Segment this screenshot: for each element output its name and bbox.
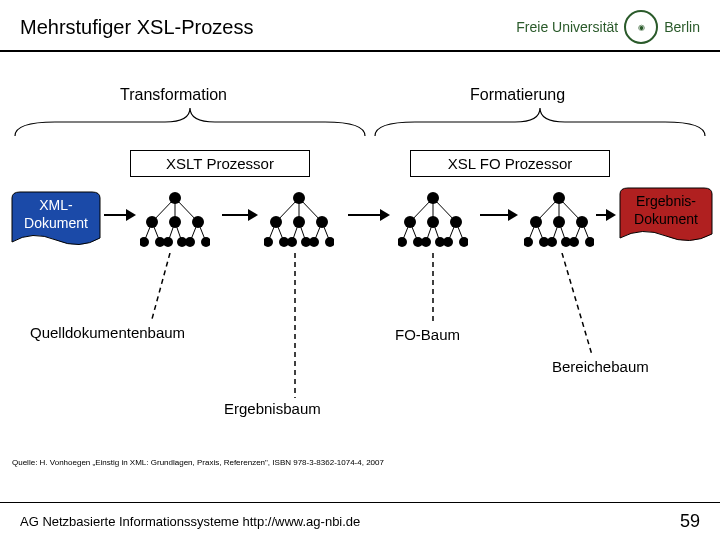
label-fo-baum: FO-Baum: [395, 326, 460, 343]
result-document-shape: Ergebnis- Dokument: [618, 186, 710, 248]
svg-point-55: [443, 237, 453, 247]
svg-point-68: [553, 216, 565, 228]
svg-point-51: [398, 237, 407, 247]
svg-point-36: [309, 237, 319, 247]
svg-line-84: [562, 253, 592, 355]
dashed-fo: [426, 253, 440, 323]
svg-point-10: [146, 216, 158, 228]
university-logo: Freie Universität ◉ Berlin: [516, 10, 700, 44]
svg-point-13: [140, 237, 149, 247]
svg-point-11: [169, 216, 181, 228]
svg-line-81: [152, 253, 170, 319]
arrow-3: [348, 208, 390, 222]
svg-point-12: [192, 216, 204, 228]
svg-point-53: [421, 237, 431, 247]
svg-point-69: [576, 216, 588, 228]
svg-point-70: [524, 237, 533, 247]
uni-name: Freie Universität: [516, 19, 618, 35]
arrow-1: [104, 208, 136, 222]
svg-point-17: [185, 237, 195, 247]
arrow-2: [222, 208, 258, 222]
source-citation: Quelle: H. Vonhoegen „Einstig in XML: Gr…: [12, 458, 384, 467]
section-transformation: Transformation: [120, 86, 227, 104]
section-formatierung: Formatierung: [470, 86, 565, 104]
xml-doc-line1: XML-: [12, 196, 100, 214]
xslfo-processor-box: XSL FO Prozessor: [410, 150, 610, 177]
svg-point-37: [325, 237, 334, 247]
svg-point-47: [427, 192, 439, 204]
xml-doc-line2: Dokument: [12, 214, 100, 232]
svg-point-67: [530, 216, 542, 228]
tree-bereiche: [524, 188, 594, 248]
svg-point-50: [450, 216, 462, 228]
svg-point-15: [163, 237, 173, 247]
dashed-quell: [148, 253, 178, 323]
seal-icon: ◉: [624, 10, 658, 44]
xml-document-label: XML- Dokument: [12, 190, 100, 232]
tree-quelldokument: [140, 188, 210, 248]
brace-right: [375, 108, 705, 142]
svg-point-31: [316, 216, 328, 228]
arrow-5: [596, 208, 616, 222]
tree-ergebnis: [264, 188, 334, 248]
result-document-label: Ergebnis- Dokument: [622, 186, 710, 228]
slide-footer: AG Netzbasierte Informationssysteme http…: [0, 502, 720, 540]
label-quelldokumentenbaum: Quelldokumentenbaum: [30, 324, 185, 341]
svg-point-74: [569, 237, 579, 247]
brace-left: [15, 108, 365, 142]
svg-point-30: [293, 216, 305, 228]
svg-point-29: [270, 216, 282, 228]
xslt-processor-box: XSLT Prozessor: [130, 150, 310, 177]
dashed-bereich: [558, 253, 598, 358]
svg-point-72: [547, 237, 557, 247]
tree-fo: [398, 188, 468, 248]
svg-point-32: [264, 237, 273, 247]
page-number: 59: [680, 511, 700, 532]
svg-point-75: [585, 237, 594, 247]
svg-point-48: [404, 216, 416, 228]
footer-org: AG Netzbasierte Informationssysteme http…: [20, 514, 360, 529]
slide-title: Mehrstufiger XSL-Prozess: [20, 16, 253, 39]
svg-point-56: [459, 237, 468, 247]
svg-point-49: [427, 216, 439, 228]
arrow-4: [480, 208, 518, 222]
erg-doc-line1: Ergebnis-: [622, 192, 710, 210]
svg-point-66: [553, 192, 565, 204]
label-ergebnisbaum: Ergebnisbaum: [224, 400, 321, 417]
slide-header: Mehrstufiger XSL-Prozess Freie Universit…: [0, 0, 720, 52]
label-bereichebaum: Bereichebaum: [552, 358, 649, 375]
dashed-ergebnis: [288, 253, 302, 398]
xml-document-shape: XML- Dokument: [10, 190, 102, 252]
svg-point-28: [293, 192, 305, 204]
svg-point-18: [201, 237, 210, 247]
uni-city: Berlin: [664, 19, 700, 35]
svg-point-9: [169, 192, 181, 204]
svg-point-34: [287, 237, 297, 247]
erg-doc-line2: Dokument: [622, 210, 710, 228]
